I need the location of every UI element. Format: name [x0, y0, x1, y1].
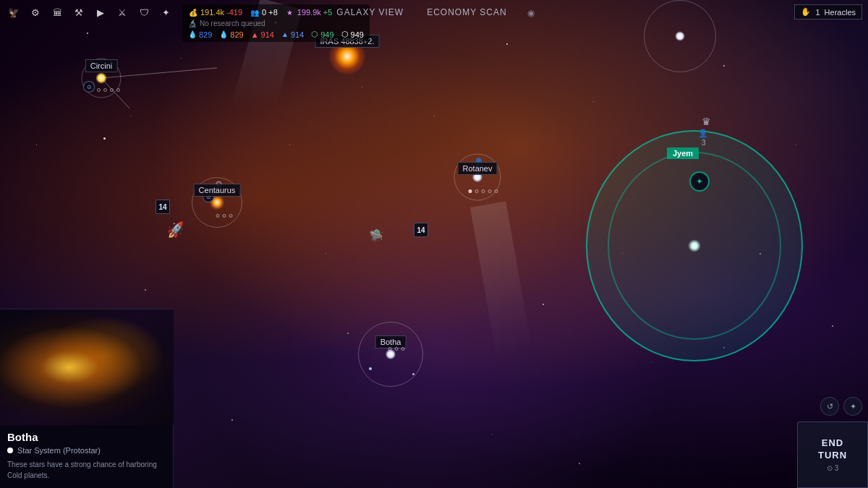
economy-scan-btn[interactable]: ECONOMY SCAN — [424, 6, 509, 19]
icon-building[interactable]: 🏛 — [49, 4, 65, 20]
ship-unit-rotanev[interactable]: 🛸 — [369, 228, 383, 242]
info-system-name: Botha — [7, 431, 166, 443]
turn-number: ⊙ 3 — [827, 464, 839, 472]
research-icon: 🔬 — [188, 20, 197, 27]
resource-row-3: 💧 829 💧 829 ▲ 914 ▲ 914 ⬡ 949 — [188, 30, 364, 39]
credits-icon: 💰 — [188, 7, 198, 17]
orbit-dot — [488, 189, 492, 193]
pop-icon: 👥 — [250, 7, 260, 17]
rotanev-star — [472, 172, 482, 182]
rotanev-person-icon: 👤 — [474, 158, 484, 167]
end-turn-label: ENDTURN — [818, 437, 847, 462]
res-g5-val: 949 — [320, 30, 333, 39]
res-red-3: ▲ 914 — [251, 30, 274, 39]
res-r3-val: 914 — [261, 30, 274, 39]
orbit-dot — [495, 189, 498, 193]
top-icons: 🦅 ⚙ 🏛 ⚒ ▶ ⚔ 🛡 ✦ — [6, 4, 174, 20]
jyem-faction-icon: ✦ — [689, 171, 710, 192]
res-icon-3: ▲ — [251, 30, 259, 39]
icon-sword[interactable]: ⚔ — [114, 4, 130, 20]
icon-hammer[interactable]: ⚒ — [71, 4, 87, 20]
orbit-dot — [110, 88, 114, 92]
info-description: These stars have a strong chance of harb… — [7, 459, 166, 481]
turn-counter: ✋ 1 Heracles — [794, 4, 862, 20]
info-type-row: Star System (Protostar) — [7, 446, 166, 455]
orbit-dot — [223, 214, 226, 218]
economy-scan-icon-area: ◉ — [527, 6, 535, 19]
jyem-star — [688, 239, 701, 252]
icon-eagle[interactable]: 🦅 — [6, 4, 22, 20]
info-panel: Botha Star System (Protostar) These star… — [0, 309, 174, 488]
orbit-dot — [216, 214, 220, 218]
rotanev-orbit-dots — [469, 189, 498, 193]
res-orange-2: 💧 829 — [219, 30, 243, 39]
jyem-count: 3 — [702, 139, 706, 147]
res-icon-5: ⬡ — [311, 30, 318, 39]
science-value: 199.9k — [297, 8, 321, 17]
info-system-type: Star System (Protostar) — [17, 446, 101, 455]
jyem-person-icon: 👤 — [698, 129, 708, 138]
icon-star-extra[interactable]: ✦ — [158, 4, 174, 20]
res-blue-1: 💧 829 — [188, 30, 212, 39]
unit-badge-rotanev: 14 — [414, 223, 428, 237]
unit-badge-centaurus: 14 — [156, 200, 170, 214]
icon-coins[interactable]: ⚙ — [27, 4, 43, 20]
credits-value: 191.4k — [200, 8, 224, 17]
science-display: ★ 199.9k +5 — [285, 7, 333, 17]
res-icon-6: ⬡ — [341, 30, 349, 39]
orbit-dot — [401, 347, 405, 351]
orbit-dot — [475, 189, 479, 193]
info-type-dot — [7, 448, 13, 453]
res-white-6: ⬡ 949 — [341, 30, 364, 39]
info-content: Botha Star System (Protostar) These star… — [0, 425, 173, 488]
population-display: 👥 0 +8 — [250, 7, 278, 17]
heracles-name: Heracles — [825, 8, 856, 17]
pop-value: 0 +8 — [262, 8, 278, 17]
res-blue-4: ▲ 914 — [281, 30, 304, 39]
top-nav: GALAXY VIEW ECONOMY SCAN ◉ — [333, 6, 534, 19]
heracles-hand-icon: ✋ — [801, 7, 811, 17]
res-o2-val: 829 — [230, 30, 243, 39]
heracles-badge[interactable]: ✋ 1 Heracles — [794, 4, 862, 20]
research-row: 🔬 No research queued — [188, 20, 364, 27]
jyem-crown-icon: ♛ — [702, 116, 711, 127]
bottom-right-icons: ↺ ✦ — [820, 397, 862, 416]
turn-circle-icon: ⊙ — [827, 464, 833, 472]
map-zoom-icon[interactable]: ✦ — [843, 397, 862, 416]
galaxy-view-btn[interactable]: GALAXY VIEW — [333, 6, 407, 19]
drop-icon-2: 💧 — [219, 30, 228, 38]
orbit-dot — [388, 347, 392, 351]
orbit-dot — [116, 88, 120, 92]
circini-star — [95, 72, 107, 84]
info-thumbnail — [0, 309, 174, 425]
circini-orbit-dots — [97, 88, 120, 92]
circini-indicator: ⊙ — [83, 81, 95, 93]
scan-icon: ◉ — [527, 8, 535, 18]
orbit-dot — [469, 189, 472, 193]
no-research-text: No research queued — [200, 20, 265, 27]
icon-arrow[interactable]: ▶ — [93, 4, 109, 20]
science-icon: ★ — [285, 7, 295, 17]
icon-shield[interactable]: 🛡 — [136, 4, 152, 20]
res-green-5: ⬡ 949 — [311, 30, 333, 39]
drop-icon-1: 💧 — [188, 30, 197, 38]
res-icon-4: ▲ — [281, 30, 289, 38]
botha-star — [386, 349, 396, 359]
heracles-count: 1 — [815, 8, 820, 17]
orbit-dot — [97, 88, 101, 92]
orbit-dot — [482, 189, 485, 193]
map-rotate-icon[interactable]: ↺ — [820, 397, 839, 416]
res-w6-val: 949 — [351, 30, 364, 39]
credits-display: 💰 191.4k -419 — [188, 7, 242, 17]
jyem-label[interactable]: Jyem — [667, 147, 699, 159]
credits-delta: -419 — [226, 8, 242, 17]
res-b1-val: 829 — [199, 30, 212, 39]
science-delta: +5 — [323, 8, 333, 17]
orbit-dot — [103, 88, 107, 92]
ship-unit-centaurus[interactable]: 🚀 — [166, 221, 185, 239]
end-turn-button[interactable]: ENDTURN ⊙ 3 — [797, 421, 868, 488]
res-b4-val: 914 — [291, 30, 304, 39]
botha-orbit-dots — [388, 347, 405, 351]
orbit-dot — [395, 347, 399, 351]
game-canvas: Circini ⊙ 14 ⊙ ⚙ Centaurus 🚀 IRAS 48838+… — [0, 0, 868, 488]
